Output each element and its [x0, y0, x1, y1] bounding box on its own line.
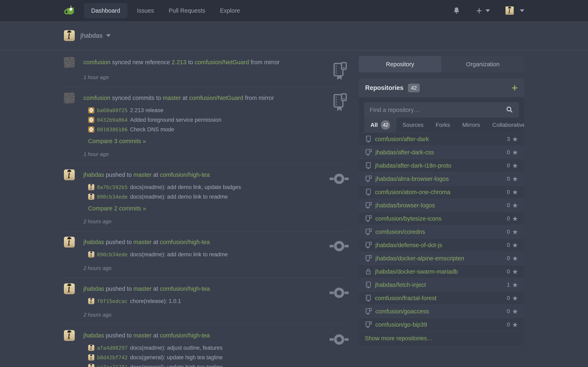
chevron-down-icon[interactable]	[106, 34, 111, 37]
feed-link[interactable]: comfusion	[84, 95, 111, 101]
actor-avatar[interactable]	[64, 57, 75, 68]
filter-forks[interactable]: Forks	[430, 118, 456, 132]
add-repository-button[interactable]: +	[512, 83, 518, 93]
commit-sha-link[interactable]: 0432b9a864	[97, 117, 128, 123]
commit-sha-link[interactable]: 090cb34ede	[97, 252, 128, 258]
repo-link[interactable]: comfusion/goaccess	[375, 308, 429, 315]
feed-link[interactable]: 2.213	[172, 59, 187, 66]
repo-link[interactable]: jhabdas/after-dark-css	[375, 149, 434, 156]
repo-link[interactable]: comfusion/go-bip39	[375, 321, 427, 328]
feed-link[interactable]: comfusion/NetGuard	[195, 59, 249, 66]
feed-link[interactable]: comfusion/high-tea	[160, 171, 210, 178]
commit-sha-link[interactable]: 8a76c592b5	[97, 184, 128, 190]
feed-text: pushed to	[104, 285, 134, 292]
repo-link[interactable]: jhabdas/docker-swarm-mariadb	[375, 268, 458, 275]
filter-all[interactable]: All 42	[364, 118, 397, 132]
repositories-title: Repositories	[365, 84, 404, 92]
repo-link[interactable]: comfusion/after-dark	[375, 136, 429, 142]
create-new-button[interactable]: +	[476, 6, 490, 16]
notifications-bell-icon[interactable]	[452, 7, 461, 15]
feed-link[interactable]: master	[134, 239, 152, 245]
repo-link[interactable]: jhabdas/defense-of-dot-js	[375, 242, 442, 249]
show-more-repositories-link[interactable]: Show more repositories…	[359, 331, 524, 345]
star-count-value: 0	[507, 255, 510, 262]
panel-tabbar: Repository Organization	[359, 56, 524, 72]
repo-fork-icon	[365, 242, 372, 249]
nav-explore[interactable]: Explore	[213, 0, 247, 21]
feed-link[interactable]: jhabdas	[84, 171, 104, 178]
actor-avatar[interactable]	[64, 330, 75, 341]
feed-link[interactable]: jhabdas	[84, 239, 104, 245]
actor-avatar[interactable]	[64, 237, 75, 248]
repo-icon	[365, 188, 372, 196]
repo-list: comfusion/after-dark3★jhabdas/after-dark…	[359, 132, 524, 331]
filter-sources[interactable]: Sources	[396, 118, 430, 132]
tab-organization[interactable]: Organization	[441, 56, 524, 72]
nav-dashboard[interactable]: Dashboard	[84, 3, 128, 18]
filter-collaborative[interactable]: Collaborative	[486, 118, 524, 132]
repo-icon	[365, 135, 372, 143]
git-commit-icon	[329, 240, 349, 253]
tab-repository[interactable]: Repository	[359, 56, 442, 72]
actor-avatar[interactable]	[64, 284, 75, 294]
feed-timestamp: 1 hour ago	[84, 151, 350, 157]
repo-link[interactable]: comfusion/bytesize-icons	[375, 215, 442, 222]
repo-fork-icon	[365, 215, 372, 222]
repo-link[interactable]: jhabdas/browser-logos	[375, 202, 435, 209]
feed-link[interactable]: comfusion/NetGuard	[189, 95, 243, 101]
context-username[interactable]: jhabdas	[80, 32, 103, 39]
feed-link[interactable]: master	[134, 171, 152, 178]
repo-link[interactable]: comfusion/fractal-forest	[375, 295, 437, 301]
feed-item: jhabdas pushed to master at comfusion/hi…	[64, 164, 350, 231]
commit-sha-link[interactable]: ba60a68f25	[97, 108, 128, 113]
feed-link[interactable]: comfusion/high-tea	[160, 332, 210, 339]
star-icon: ★	[512, 189, 518, 196]
star-count-value: 0	[507, 149, 510, 156]
repositories-header: Repositories 42 +	[359, 78, 524, 97]
feed-link[interactable]: jhabdas	[84, 332, 104, 339]
repo-row: comfusion/atom-one-chroma0★	[359, 185, 524, 199]
feed-link[interactable]: master	[134, 332, 152, 339]
commit-sha-link[interactable]: 090cb34ede	[97, 194, 128, 200]
filter-mirrors[interactable]: Mirrors	[456, 118, 486, 132]
feed-link[interactable]: comfusion/high-tea	[160, 285, 210, 292]
repo-link[interactable]: comfusion/coredns	[375, 229, 425, 235]
feed-link[interactable]: master	[134, 285, 152, 292]
repo-icon	[365, 281, 372, 289]
actor-avatar[interactable]	[64, 169, 75, 180]
repo-link[interactable]: jhabdas/after-dark-i18n-proto	[375, 162, 451, 169]
feed-link[interactable]: comfusion	[84, 59, 111, 66]
feed-link[interactable]: jhabdas	[84, 285, 104, 292]
context-avatar[interactable]	[64, 30, 75, 41]
repo-row: jhabdas/alrra-browser-logos0★	[359, 172, 524, 185]
repo-link[interactable]: jhabdas/fetch-inject	[375, 282, 426, 288]
commit-message: docs(general): update high tea tagline	[130, 354, 223, 361]
search-icon[interactable]	[506, 106, 513, 114]
repo-row: comfusion/fractal-forest0★	[359, 291, 524, 305]
commit-sha-link[interactable]: f0f15edcac	[97, 298, 128, 304]
repo-search-input[interactable]	[370, 107, 502, 113]
commit-list: f0f15edcacchore(release): 1.0.1	[88, 297, 350, 305]
compare-commits-link[interactable]: Compare 2 commits »	[88, 205, 146, 212]
commit-sha-link[interactable]: afa4d08297	[97, 345, 128, 351]
feed-link[interactable]: comfusion/high-tea	[160, 239, 210, 245]
commit-sha-link[interactable]: 0810386186	[97, 127, 128, 133]
commit-sha-link[interactable]: ca7aa71781	[97, 364, 128, 367]
commit-sha-link[interactable]: b8d42bf742	[97, 355, 128, 360]
gitea-logo-icon[interactable]	[64, 4, 76, 17]
actor-avatar[interactable]	[64, 92, 75, 103]
star-icon: ★	[512, 149, 518, 156]
commit-message: docs(readme): add demo link, update badg…	[130, 184, 241, 191]
star-icon: ★	[512, 175, 518, 182]
user-menu[interactable]	[506, 5, 524, 16]
star-icon: ★	[512, 282, 518, 288]
feed-link[interactable]: master	[163, 95, 181, 101]
compare-commits-link[interactable]: Compare 3 commits »	[88, 138, 146, 145]
repo-link[interactable]: jhabdas/docker-alpine-emscripten	[375, 255, 464, 262]
repo-link[interactable]: jhabdas/alrra-browser-logos	[375, 175, 449, 182]
nav-issues[interactable]: Issues	[130, 0, 161, 21]
nav-pull-requests[interactable]: Pull Requests	[161, 0, 213, 21]
repo-row: jhabdas/docker-swarm-mariadb0★	[359, 265, 524, 278]
repo-link[interactable]: comfusion/atom-one-chroma	[375, 189, 450, 196]
repo-star-count: 0★	[507, 308, 518, 315]
